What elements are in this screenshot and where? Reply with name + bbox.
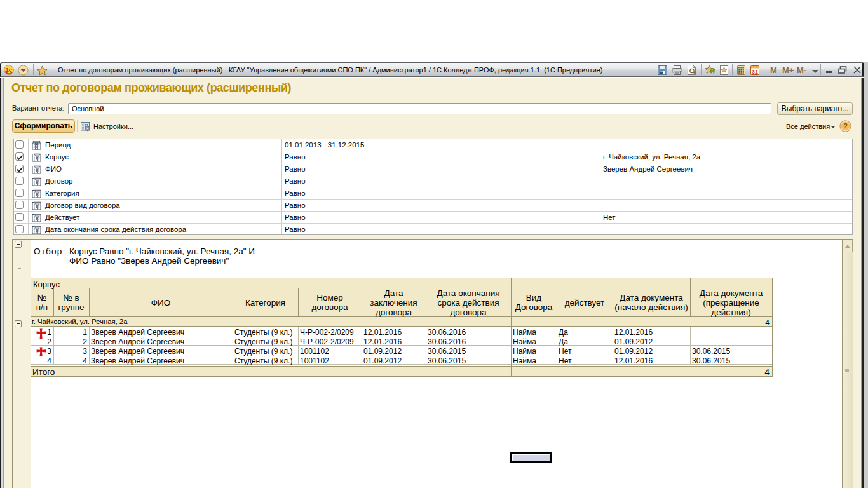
svg-text:1с: 1с [6, 66, 13, 73]
svg-text:?: ? [843, 122, 848, 130]
svg-text:31: 31 [752, 69, 758, 75]
